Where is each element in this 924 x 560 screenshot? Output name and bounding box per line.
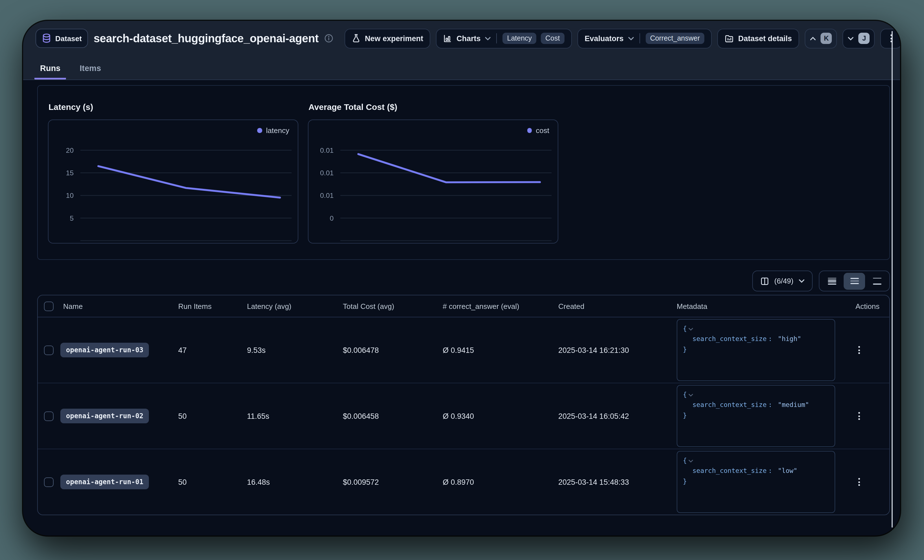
latency-chart-legend: latency — [257, 126, 289, 135]
row-checkbox[interactable] — [44, 477, 54, 487]
row-checkbox[interactable] — [44, 411, 54, 421]
column-header-actions: Actions — [843, 302, 890, 310]
vertical-scrollbar[interactable] — [892, 31, 893, 528]
row-checkbox-cell — [38, 411, 58, 421]
column-count-label: (6/49) — [774, 277, 794, 285]
select-all-checkbox[interactable] — [44, 301, 54, 311]
metadata-close-brace: } — [683, 410, 829, 421]
window-header: Dataset search-dataset_huggingface_opena… — [23, 21, 900, 80]
run-name-badge[interactable]: openai-agent-run-03 — [60, 343, 149, 357]
column-header-run-items[interactable]: Run Items — [178, 302, 247, 310]
chevron-up-icon — [810, 36, 816, 40]
rows-tall-icon — [873, 278, 881, 284]
chevron-down-icon — [798, 279, 805, 283]
svg-text:0.01: 0.01 — [320, 192, 334, 199]
total-cost-cell: $0.006458 — [343, 412, 442, 420]
columns-icon — [760, 277, 769, 286]
charts-button[interactable]: Charts Latency Cost — [436, 28, 572, 48]
page-title: search-dataset_huggingface_openai-agent — [94, 32, 319, 45]
dataset-details-button[interactable]: Dataset details — [717, 28, 800, 48]
run-items-cell: 50 — [178, 478, 247, 486]
chevron-down-icon — [485, 36, 491, 40]
compare-down-button[interactable]: J — [843, 28, 875, 48]
row-checkbox[interactable] — [44, 345, 54, 355]
row-checkbox-cell — [38, 345, 58, 355]
folder-chart-icon — [724, 34, 734, 43]
collapse-chevron-icon[interactable] — [688, 460, 693, 463]
svg-text:20: 20 — [66, 147, 74, 154]
runs-table: Name Run Items Latency (avg) Total Cost … — [37, 295, 890, 515]
latency-chart-block: Latency (s) 2015105 latency — [48, 86, 298, 244]
metadata-json-box: { search_context_size: "medium" } — [677, 385, 835, 447]
header-kebab-menu-button[interactable] — [880, 28, 900, 48]
table-controls: (6/49) — [37, 271, 890, 291]
row-height-compact[interactable] — [821, 273, 843, 289]
cost-chart-legend: cost — [527, 126, 549, 135]
column-header-correct-answer[interactable]: # correct_answer (eval) — [442, 302, 558, 310]
avatar-k: K — [821, 33, 832, 44]
created-cell: 2025-03-14 16:21:30 — [558, 346, 677, 354]
evaluators-button[interactable]: Evaluators Correct_answer — [577, 28, 712, 48]
row-checkbox-cell — [38, 477, 58, 487]
run-name-cell: openai-agent-run-01 — [58, 475, 178, 489]
actions-cell — [843, 412, 890, 420]
latency-cell: 16.48s — [247, 478, 343, 486]
run-name-cell: openai-agent-run-02 — [58, 409, 178, 423]
actions-cell — [843, 478, 890, 486]
info-icon[interactable] — [324, 34, 333, 43]
column-header-metadata[interactable]: Metadata — [677, 302, 843, 310]
run-items-cell: 47 — [178, 346, 247, 354]
actions-cell — [843, 346, 890, 354]
table-body: openai-agent-run-03 47 9.53s $0.006478 Ø… — [38, 317, 890, 515]
cost-chart-card: 0.010.010.010 cost — [308, 120, 558, 244]
divider — [639, 33, 640, 43]
latency-cell: 11.65s — [247, 412, 343, 420]
metadata-json-box: { search_context_size: "low" } — [677, 451, 835, 513]
correct-answer-cell: Ø 0.8970 — [442, 478, 558, 486]
bar-chart-icon — [444, 34, 452, 43]
metadata-kv-line: search_context_size: "medium" — [683, 400, 829, 410]
row-height-toggle — [819, 271, 890, 291]
latency-chart-title: Latency (s) — [48, 102, 298, 112]
table-row[interactable]: openai-agent-run-02 50 11.65s $0.006458 … — [38, 383, 890, 449]
row-kebab-menu-button[interactable] — [858, 412, 860, 420]
row-height-medium[interactable] — [844, 273, 865, 289]
table-row[interactable]: openai-agent-run-01 50 16.48s $0.009572 … — [38, 449, 890, 515]
svg-text:15: 15 — [66, 169, 74, 177]
legend-label: cost — [536, 126, 549, 135]
compare-up-button[interactable]: K — [805, 28, 837, 48]
charts-pill-cost[interactable]: Cost — [541, 33, 564, 44]
collapse-chevron-icon[interactable] — [688, 394, 693, 397]
kebab-icon — [858, 346, 860, 354]
evaluators-pill-correct-answer[interactable]: Correct_answer — [646, 33, 704, 44]
charts-pill-latency[interactable]: Latency — [503, 33, 537, 44]
svg-text:5: 5 — [70, 214, 74, 222]
metadata-open-brace: { — [683, 455, 829, 466]
column-header-created[interactable]: Created — [558, 302, 677, 310]
column-header-name[interactable]: Name — [58, 302, 178, 310]
app-window: Dataset search-dataset_huggingface_opena… — [23, 21, 900, 536]
total-cost-cell: $0.006478 — [343, 346, 442, 354]
dataset-details-label: Dataset details — [738, 34, 792, 43]
total-cost-cell: $0.009572 — [343, 478, 442, 486]
run-name-badge[interactable]: openai-agent-run-01 — [60, 475, 149, 489]
metadata-open-brace: { — [683, 323, 829, 334]
table-row[interactable]: openai-agent-run-03 47 9.53s $0.006478 Ø… — [38, 317, 890, 383]
tab-runs[interactable]: Runs — [34, 64, 66, 79]
collapse-chevron-icon[interactable] — [688, 328, 693, 331]
dataset-badge: Dataset — [36, 29, 88, 48]
tab-items[interactable]: Items — [74, 64, 107, 79]
row-height-tall[interactable] — [866, 273, 888, 289]
column-header-total-cost[interactable]: Total Cost (avg) — [343, 302, 442, 310]
row-kebab-menu-button[interactable] — [858, 478, 860, 486]
column-header-latency[interactable]: Latency (avg) — [247, 302, 343, 310]
run-name-badge[interactable]: openai-agent-run-02 — [60, 409, 149, 423]
run-items-cell: 50 — [178, 412, 247, 420]
title-bar: Dataset search-dataset_huggingface_opena… — [36, 28, 890, 48]
header-checkbox-cell — [38, 301, 58, 311]
database-icon — [42, 33, 51, 43]
row-kebab-menu-button[interactable] — [858, 346, 860, 354]
svg-text:10: 10 — [66, 192, 74, 199]
column-visibility-button[interactable]: (6/49) — [752, 271, 813, 291]
new-experiment-button[interactable]: New experiment — [345, 28, 430, 48]
